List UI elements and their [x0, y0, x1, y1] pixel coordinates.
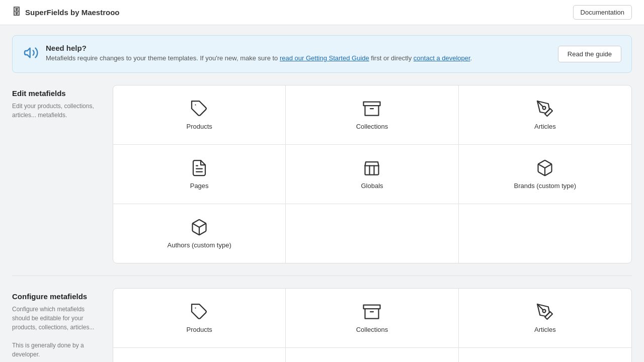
svg-rect-1	[364, 102, 380, 106]
grid-item-label: Pages	[190, 182, 209, 190]
help-text-block: Need help? Metafields require changes to…	[46, 44, 472, 62]
grid-item-label: Articles	[534, 326, 556, 333]
main-content: Need help? Metafields require changes to…	[0, 25, 644, 362]
configure-grid-container: Products Collections Articles Pages Glob…	[113, 288, 632, 362]
grid-item-pages[interactable]: Pages	[113, 145, 286, 204]
help-desc-text2: first or directly	[369, 54, 414, 62]
edit-section-desc: Edit your products, collections, article…	[12, 102, 103, 120]
megaphone-icon	[23, 45, 39, 64]
edit-grid: Products Collections Articles Pages Glob…	[113, 85, 631, 263]
help-desc-text3: .	[470, 54, 472, 62]
configure-section-title: Configure metafields	[12, 292, 103, 301]
help-desc-text1: Metafields require changes to your theme…	[46, 54, 280, 62]
help-desc: Metafields require changes to your theme…	[46, 54, 472, 62]
section-divider	[12, 276, 632, 276]
edit-metafields-section: Edit metafields Edit your products, coll…	[12, 85, 632, 263]
svg-rect-9	[364, 305, 380, 309]
grid-item-collections[interactable]: Collections	[286, 289, 458, 348]
grid-item-articles[interactable]: Articles	[459, 85, 631, 145]
grid-item-label: Brands (custom type)	[514, 182, 577, 190]
grid-item-pages[interactable]: Pages	[113, 348, 286, 362]
documentation-button[interactable]: Documentation	[573, 5, 632, 20]
grid-item-empty	[286, 204, 458, 263]
grid-item-label: Collections	[356, 326, 388, 333]
help-title: Need help?	[46, 44, 472, 52]
grid-item-products[interactable]: Products	[113, 85, 286, 145]
grid-item-globals[interactable]: Globals	[286, 348, 458, 362]
svg-point-3	[543, 107, 546, 110]
grid-item-empty	[459, 204, 631, 263]
grid-item-custom-objects[interactable]: Custom objects	[459, 348, 631, 362]
getting-started-link[interactable]: read our Getting Started Guide	[280, 54, 369, 62]
grid-item-articles[interactable]: Articles	[459, 289, 631, 348]
grid-item-collections[interactable]: Collections	[286, 85, 458, 145]
app-title-group: 🗄 SuperFields by Maestrooo	[12, 7, 120, 18]
app-title: SuperFields by Maestrooo	[25, 8, 120, 17]
contact-developer-link[interactable]: contact a developer	[414, 54, 470, 62]
grid-item-globals[interactable]: Globals	[286, 145, 458, 204]
configure-section-label: Configure metafields Configure which met…	[12, 288, 113, 362]
configure-metafields-section: Configure metafields Configure which met…	[12, 288, 632, 362]
grid-item-authors--custom-type-[interactable]: Authors (custom type)	[113, 204, 286, 263]
help-banner: Need help? Metafields require changes to…	[12, 35, 632, 73]
grid-item-label: Products	[187, 326, 212, 333]
edit-grid-container: Products Collections Articles Pages Glob…	[113, 85, 632, 263]
grid-item-label: Authors (custom type)	[168, 241, 231, 249]
edit-section-title: Edit metafields	[12, 89, 103, 98]
app-header: 🗄 SuperFields by Maestrooo Documentation	[0, 0, 644, 25]
read-guide-button[interactable]: Read the guide	[558, 46, 621, 62]
grid-item-label: Products	[187, 123, 212, 130]
edit-section-label: Edit metafields Edit your products, coll…	[12, 85, 113, 263]
grid-item-label: Collections	[356, 123, 388, 130]
grid-item-brands--custom-type-[interactable]: Brands (custom type)	[459, 145, 631, 204]
help-banner-left: Need help? Metafields require changes to…	[23, 44, 472, 64]
grid-item-products[interactable]: Products	[113, 289, 286, 348]
configure-grid: Products Collections Articles Pages Glob…	[113, 289, 631, 362]
grid-item-label: Globals	[361, 182, 383, 190]
db-icon: 🗄	[12, 7, 21, 18]
svg-point-11	[543, 310, 546, 313]
grid-item-label: Articles	[534, 123, 556, 130]
configure-section-desc: Configure which metafields should be edi…	[12, 305, 103, 359]
